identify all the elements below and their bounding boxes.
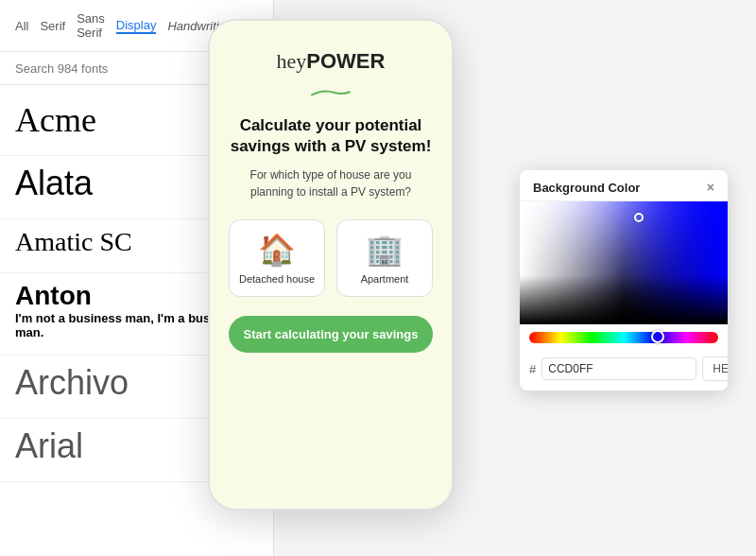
color-picker-header: Background Color × — [520, 170, 728, 201]
house-option-detached[interactable]: 🏠 Detached house — [229, 219, 325, 297]
filter-display[interactable]: Display — [116, 18, 157, 34]
logo-hey: hey — [277, 49, 307, 74]
hex-hash: # — [529, 362, 536, 376]
color-picker-title: Background Color — [533, 181, 640, 195]
color-picker-close-button[interactable]: × — [707, 180, 714, 195]
logo-swoosh-icon — [302, 89, 359, 96]
logo-power: POWER — [306, 49, 385, 74]
hue-slider-handle[interactable] — [651, 330, 664, 343]
filter-all[interactable]: All — [15, 19, 28, 33]
phone-screen: heyPOWER Calculate your potential saving… — [210, 21, 452, 509]
color-gradient-canvas[interactable] — [520, 201, 728, 324]
detached-house-icon: 🏠 — [258, 232, 296, 268]
color-hue-slider[interactable] — [529, 332, 718, 343]
calculate-button[interactable]: Start calculating your savings — [229, 316, 433, 353]
phone-title: Calculate your potential savings with a … — [229, 115, 433, 157]
filter-sans-serif[interactable]: Sans Serif — [77, 11, 105, 40]
apartment-icon: 🏢 — [366, 232, 404, 268]
phone-logo: heyPOWER — [277, 49, 386, 74]
color-picker-panel: Background Color × # HEX RGB HSL — [520, 170, 728, 391]
house-option-apartment[interactable]: 🏢 Apartment — [336, 219, 433, 297]
gradient-dark-overlay — [520, 201, 728, 324]
detached-house-label: Detached house — [239, 273, 315, 285]
gradient-handle[interactable] — [634, 213, 644, 222]
hex-input[interactable] — [541, 357, 696, 380]
color-format-select[interactable]: HEX RGB HSL — [702, 356, 728, 381]
color-input-row: # HEX RGB HSL — [520, 351, 728, 391]
filter-serif[interactable]: Serif — [40, 19, 65, 33]
apartment-label: Apartment — [361, 273, 409, 285]
house-options: 🏠 Detached house 🏢 Apartment — [229, 219, 433, 297]
phone-subtitle: For which type of house are you planning… — [229, 166, 433, 200]
phone-mockup: heyPOWER Calculate your potential saving… — [208, 19, 454, 511]
